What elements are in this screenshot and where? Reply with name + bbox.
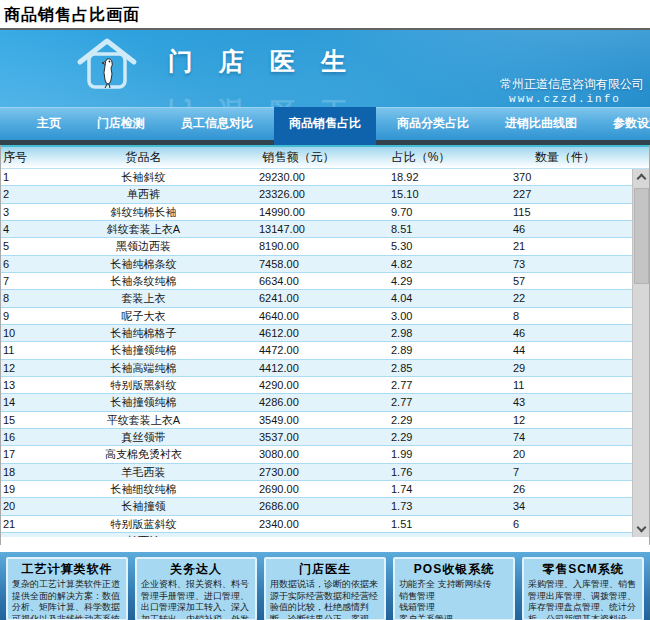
product-box-description: 用数据说话，诊断的依据来源于实际经营数据和经营经验值的比较，杜绝感情判断。诊断结… xyxy=(266,578,384,620)
table-row[interactable]: 18 羊毛西装 2730.00 1.76 7 xyxy=(1,464,632,481)
company-name: 常州正道信息咨询有限公司 xyxy=(500,76,630,93)
cell-seq: 17 xyxy=(1,446,51,462)
col-header-pct[interactable]: 占比（%） xyxy=(361,149,481,166)
cell-pct: 15.10 xyxy=(361,186,481,202)
table-row[interactable]: 15 平纹套装上衣A 3549.00 2.29 12 xyxy=(1,412,632,429)
table-row[interactable]: 5 黑领边西装 8190.00 5.30 21 xyxy=(1,238,632,255)
table-row[interactable]: 21 特别版蓝斜纹 2340.00 1.51 6 xyxy=(1,516,632,533)
website-text: www.czzd.info xyxy=(500,93,630,105)
nav-tab-label: 参数设定 xyxy=(613,116,650,130)
cell-sales: 6634.00 xyxy=(236,273,361,289)
cell-seq: 2 xyxy=(1,186,51,202)
scroll-up-button[interactable] xyxy=(633,169,649,186)
sales-table: 序号 货品名 销售额（元） 占比（%） 数量（件） 1 长袖斜纹 29230.0… xyxy=(0,145,650,545)
cell-pct: 1.74 xyxy=(361,481,481,497)
cell-qty: 8 xyxy=(481,308,632,324)
nav-tabs: 主页 门店检测 员工信息对比 商品销售占比 商品分类占比 进销比曲线图 参数设定 xyxy=(0,107,650,145)
table-row[interactable]: 6 长袖纯棉条纹 7458.00 4.82 73 xyxy=(1,256,632,273)
scrollbar-thumb[interactable] xyxy=(634,188,649,284)
table-row[interactable]: 16 真丝领带 3537.00 2.29 74 xyxy=(1,429,632,446)
nav-tab[interactable]: 门店检测 xyxy=(82,107,160,140)
cell-pct: 2.98 xyxy=(361,325,481,341)
nav-tab-label: 主页 xyxy=(37,116,61,130)
cell-seq: 10 xyxy=(1,325,51,341)
product-box-description: 复杂的工艺计算类软件正道提供全面的解决方案：数值分析、矩阵计算、科学数据可视化以… xyxy=(8,578,126,620)
app-window: 门店医生 门店医生 常州正道信息咨询有限公司 www.czzd.info 主页 … xyxy=(0,28,650,620)
cell-qty: 12 xyxy=(481,412,632,428)
table-row[interactable]: 19 长袖细纹纯棉 2690.00 1.74 26 xyxy=(1,481,632,498)
cell-name: 特别版蓝斜纹 xyxy=(51,516,236,532)
cell-name: 斜纹套装上衣A xyxy=(51,221,236,237)
cell-qty: 44 xyxy=(481,342,632,358)
cell-name: 长袖纯棉格子 xyxy=(51,325,236,341)
table-row[interactable]: 4 斜纹套装上衣A 13147.00 8.51 46 xyxy=(1,221,632,238)
header-banner: 门店医生 门店医生 常州正道信息咨询有限公司 www.czzd.info xyxy=(0,30,650,107)
table-row[interactable]: 13 特别版黑斜纹 4290.00 2.77 11 xyxy=(1,377,632,394)
cell-seq: 4 xyxy=(1,221,51,237)
table-row[interactable]: 2 单西裤 23326.00 15.10 227 xyxy=(1,186,632,203)
nav-tab[interactable]: 参数设定 xyxy=(598,107,650,140)
product-box-title: 工艺计算类软件 xyxy=(8,559,126,578)
cell-seq: 7 xyxy=(1,273,51,289)
cell-seq: 22 xyxy=(1,533,51,537)
cell-qty: 7 xyxy=(481,464,632,480)
col-header-sales[interactable]: 销售额（元） xyxy=(236,149,361,166)
table-row[interactable]: 12 长袖高端纯棉 4412.00 2.85 29 xyxy=(1,360,632,377)
nav-tab[interactable]: 商品销售占比 xyxy=(274,107,376,145)
cell-sales: 8190.00 xyxy=(236,238,361,254)
table-row[interactable]: 8 套装上衣 6241.00 4.04 22 xyxy=(1,290,632,307)
cell-sales: 7458.00 xyxy=(236,256,361,272)
cell-sales: 2231.00 xyxy=(236,533,361,537)
cell-pct: 2.29 xyxy=(361,412,481,428)
table-row[interactable]: 7 长袖条纹纯棉 6634.00 4.29 57 xyxy=(1,273,632,290)
cell-qty: 73 xyxy=(481,256,632,272)
cell-seq: 14 xyxy=(1,394,51,410)
table-row[interactable]: 10 长袖纯棉格子 4612.00 2.98 46 xyxy=(1,325,632,342)
col-header-name[interactable]: 货品名 xyxy=(51,149,236,166)
cell-qty: 57 xyxy=(481,273,632,289)
scroll-down-button[interactable] xyxy=(633,520,649,537)
cell-pct: 18.92 xyxy=(361,169,481,185)
col-header-qty[interactable]: 数量（件） xyxy=(481,149,649,166)
table-row[interactable]: 1 长袖斜纹 29230.00 18.92 370 xyxy=(1,169,632,186)
cell-name: 长袖斜纹 xyxy=(51,169,236,185)
vertical-scrollbar[interactable] xyxy=(632,169,649,537)
cell-qty: 370 xyxy=(481,169,632,185)
cell-pct: 1.51 xyxy=(361,516,481,532)
cell-sales: 4640.00 xyxy=(236,308,361,324)
cell-name: 长袖高端纯棉 xyxy=(51,360,236,376)
table-rows: 1 长袖斜纹 29230.00 18.92 370 2 单西裤 23326.00… xyxy=(1,169,632,537)
brand-name-reflection: 门店医生 xyxy=(168,94,372,107)
nav-tab[interactable]: 主页 xyxy=(22,107,76,140)
nav-tab-label: 商品分类占比 xyxy=(397,116,469,130)
product-box-description: 功能齐全 支持断网续传 销售管理 钱箱管理 客户关系管理 xyxy=(395,578,513,620)
nav-tab[interactable]: 商品分类占比 xyxy=(382,107,484,140)
cell-qty: 34 xyxy=(481,498,632,514)
cell-name: 高支棉免烫衬衣 xyxy=(51,446,236,462)
table-row[interactable]: 11 长袖撞领纯棉 4472.00 2.89 44 xyxy=(1,342,632,359)
cell-name: 长袖撞领 xyxy=(51,498,236,514)
table-row[interactable]: 14 长袖撞领纯棉 4286.00 2.77 43 xyxy=(1,394,632,411)
cell-name: 真丝领带 xyxy=(51,429,236,445)
cell-name: 特别版黑斜纹 xyxy=(51,377,236,393)
cell-sales: 3080.00 xyxy=(236,446,361,462)
nav-tab[interactable]: 员工信息对比 xyxy=(166,107,268,140)
cell-name: 套装上衣 xyxy=(51,290,236,306)
cell-pct: 1.43 xyxy=(361,533,481,537)
product-box-description: 采购管理、入库管理、销售管理出库管理、调拨管理、库存管理盘点管理、统计分析、公司… xyxy=(524,578,642,620)
cell-pct: 2.77 xyxy=(361,394,481,410)
col-header-seq[interactable]: 序号 xyxy=(1,149,51,166)
cell-seq: 15 xyxy=(1,412,51,428)
table-row[interactable]: 22 长西裤 2231.00 1.43 13 xyxy=(1,533,632,537)
cell-seq: 12 xyxy=(1,360,51,376)
cell-pct: 4.82 xyxy=(361,256,481,272)
cell-seq: 5 xyxy=(1,238,51,254)
table-row[interactable]: 3 斜纹纯棉长袖 14990.00 9.70 115 xyxy=(1,204,632,221)
cell-qty: 43 xyxy=(481,394,632,410)
cell-qty: 13 xyxy=(481,533,632,537)
table-row[interactable]: 9 呢子大衣 4640.00 3.00 8 xyxy=(1,308,632,325)
table-row[interactable]: 17 高支棉免烫衬衣 3080.00 1.99 20 xyxy=(1,446,632,463)
nav-tab[interactable]: 进销比曲线图 xyxy=(490,107,592,140)
table-row[interactable]: 20 长袖撞领 2686.00 1.73 34 xyxy=(1,498,632,515)
cell-sales: 4612.00 xyxy=(236,325,361,341)
